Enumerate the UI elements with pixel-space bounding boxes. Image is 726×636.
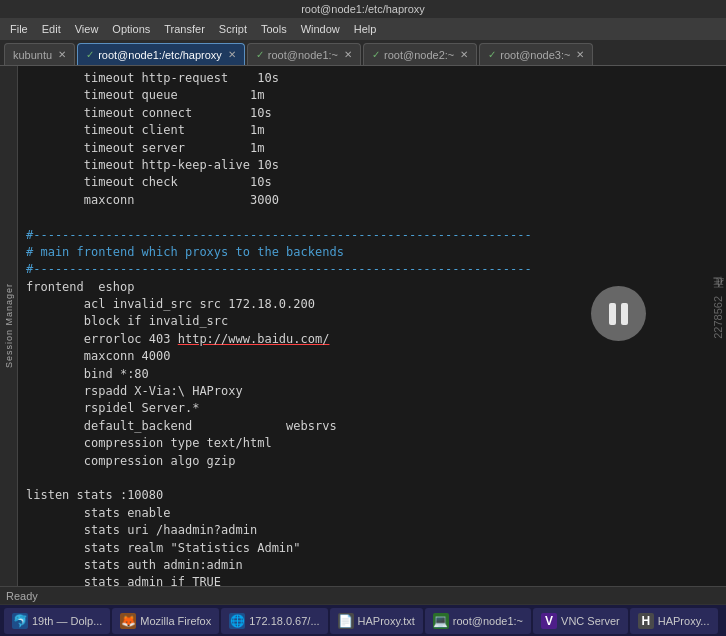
taskbar-item-firefox[interactable]: 🦊 Mozilla Firefox — [112, 608, 219, 634]
menu-script[interactable]: Script — [213, 21, 253, 37]
taskbar-web-label: 172.18.0.67/... — [249, 615, 319, 627]
taskbar-haproxy-label: HAProxy... — [658, 615, 710, 627]
status-text: Ready — [6, 590, 38, 602]
tab-node3-home-close[interactable]: ✕ — [576, 49, 584, 60]
line-stats-realm: stats realm "Statistics Admin" — [26, 541, 301, 555]
watermark: 2278562正在 — [711, 296, 726, 339]
menu-file[interactable]: File — [4, 21, 34, 37]
line-2: timeout queue 1m — [26, 88, 264, 102]
taskbar-item-terminal[interactable]: 💻 root@node1:~ — [425, 608, 531, 634]
line-compression-type: compression type text/html — [26, 436, 272, 450]
terminal-icon: 💻 — [433, 613, 449, 629]
dolphin-icon: 🐬 — [12, 613, 28, 629]
line-8: maxconn 3000 — [26, 193, 279, 207]
line-bind: bind *:80 — [26, 367, 149, 381]
taskbar-haproxytxt-label: HAProxy.txt — [358, 615, 415, 627]
line-comment-1: #---------------------------------------… — [26, 228, 532, 242]
tab-node1-haproxy-check: ✓ — [86, 49, 94, 60]
tab-node1-home-label: root@node1:~ — [268, 49, 338, 61]
session-sidebar: Session Manager — [0, 66, 18, 586]
web-icon: 🌐 — [229, 613, 245, 629]
line-5: timeout server 1m — [26, 141, 264, 155]
firefox-icon: 🦊 — [120, 613, 136, 629]
tab-node1-haproxy-label: root@node1:/etc/haproxy — [98, 49, 222, 61]
taskbar-item-haproxy[interactable]: H HAProxy... — [630, 608, 718, 634]
menu-edit[interactable]: Edit — [36, 21, 67, 37]
tab-node1-haproxy-close[interactable]: ✕ — [228, 49, 236, 60]
tab-node3-home-check: ✓ — [488, 49, 496, 60]
line-acl: acl invalid_src src 172.18.0.200 — [26, 297, 315, 311]
title-text: root@node1:/etc/haproxy — [301, 3, 425, 15]
tab-bar: kubuntu ✕ ✓ root@node1:/etc/haproxy ✕ ✓ … — [0, 40, 726, 66]
menu-view[interactable]: View — [69, 21, 105, 37]
taskbar: 🐬 19th — Dolp... 🦊 Mozilla Firefox 🌐 172… — [0, 604, 726, 636]
tab-kubuntu-close[interactable]: ✕ — [58, 49, 66, 60]
line-default-backend: default_backend websrvs — [26, 419, 337, 433]
menu-help[interactable]: Help — [348, 21, 383, 37]
line-rspadd: rspadd X-Via:\ HAProxy — [26, 384, 243, 398]
pause-bar-left — [609, 303, 616, 325]
line-comment-3: #---------------------------------------… — [26, 262, 532, 276]
menu-bar: File Edit View Options Transfer Script T… — [0, 18, 726, 40]
title-bar: root@node1:/etc/haproxy — [0, 0, 726, 18]
taskbar-vnc-label: VNC Server — [561, 615, 620, 627]
tab-node1-haproxy[interactable]: ✓ root@node1:/etc/haproxy ✕ — [77, 43, 245, 65]
menu-transfer[interactable]: Transfer — [158, 21, 211, 37]
line-comment-2: # main frontend which proxys to the back… — [26, 245, 344, 259]
tab-node2-home[interactable]: ✓ root@node2:~ ✕ — [363, 43, 477, 65]
tab-kubuntu-label: kubuntu — [13, 49, 52, 61]
line-7: timeout check 10s — [26, 175, 272, 189]
tab-kubuntu[interactable]: kubuntu ✕ — [4, 43, 75, 65]
line-stats-admin: stats admin if TRUE — [26, 575, 221, 586]
tab-node1-home-check: ✓ — [256, 49, 264, 60]
file-icon: 📄 — [338, 613, 354, 629]
pause-button[interactable] — [591, 286, 646, 341]
menu-tools[interactable]: Tools — [255, 21, 293, 37]
line-block: block if invalid_src — [26, 314, 228, 328]
taskbar-item-dolphin[interactable]: 🐬 19th — Dolp... — [4, 608, 110, 634]
pause-icon — [609, 303, 628, 325]
taskbar-dolphin-label: 19th — Dolp... — [32, 615, 102, 627]
tab-node1-home-close[interactable]: ✕ — [344, 49, 352, 60]
taskbar-firefox-label: Mozilla Firefox — [140, 615, 211, 627]
line-6: timeout http-keep-alive 10s — [26, 158, 279, 172]
menu-window[interactable]: Window — [295, 21, 346, 37]
terminal[interactable]: timeout http-request 10s timeout queue 1… — [18, 66, 726, 586]
line-frontend: frontend eshop — [26, 280, 134, 294]
tab-node3-home-label: root@node3:~ — [500, 49, 570, 61]
line-stats-uri: stats uri /haadmin?admin — [26, 523, 257, 537]
line-1: timeout http-request 10s — [26, 71, 279, 85]
tab-node2-home-label: root@node2:~ — [384, 49, 454, 61]
line-stats-enable: stats enable — [26, 506, 171, 520]
tab-node3-home[interactable]: ✓ root@node3:~ ✕ — [479, 43, 593, 65]
taskbar-terminal-label: root@node1:~ — [453, 615, 523, 627]
line-maxconn: maxconn 4000 — [26, 349, 171, 363]
pause-bar-right — [621, 303, 628, 325]
taskbar-item-vnc[interactable]: V VNC Server — [533, 608, 628, 634]
tab-node2-home-close[interactable]: ✕ — [460, 49, 468, 60]
tab-node2-home-check: ✓ — [372, 49, 380, 60]
taskbar-item-web[interactable]: 🌐 172.18.0.67/... — [221, 608, 327, 634]
line-stats-auth: stats auth admin:admin — [26, 558, 243, 572]
line-3: timeout connect 10s — [26, 106, 272, 120]
vnc-icon: V — [541, 613, 557, 629]
tab-node1-home[interactable]: ✓ root@node1:~ ✕ — [247, 43, 361, 65]
error-link[interactable]: http://www.baidu.com/ — [178, 332, 330, 346]
session-manager-label: Session Manager — [4, 283, 14, 368]
main-area: Session Manager timeout http-request 10s… — [0, 66, 726, 586]
menu-options[interactable]: Options — [106, 21, 156, 37]
status-bar: Ready — [0, 586, 726, 604]
haproxy-icon: H — [638, 613, 654, 629]
line-rspidel: rspidel Server.* — [26, 401, 199, 415]
line-4: timeout client 1m — [26, 123, 264, 137]
line-errorloc: errorloc 403 http://www.baidu.com/ — [26, 332, 329, 346]
line-listen: listen stats :10080 — [26, 488, 163, 502]
taskbar-item-haproxytxt[interactable]: 📄 HAProxy.txt — [330, 608, 423, 634]
line-compression-algo: compression algo gzip — [26, 454, 236, 468]
